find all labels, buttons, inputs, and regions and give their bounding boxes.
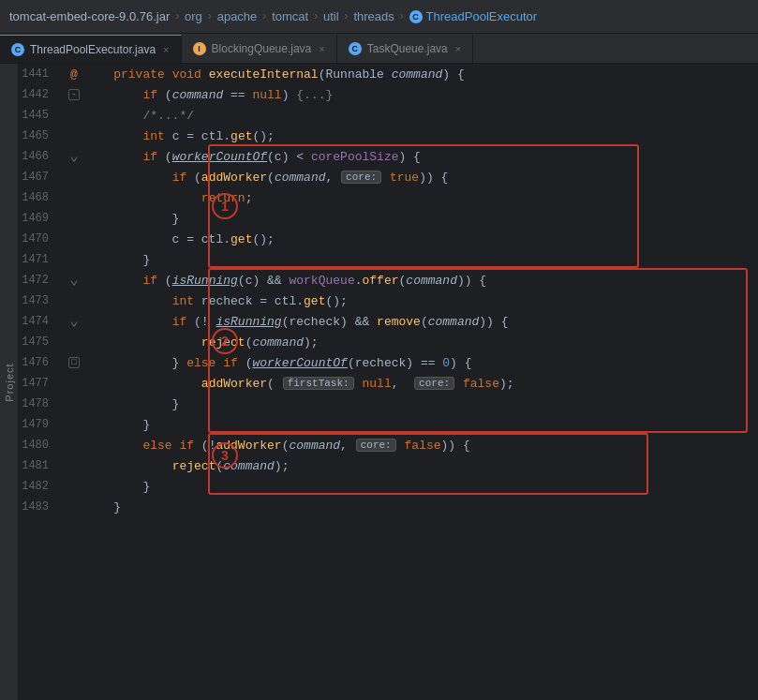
- ln-1477: 1477: [19, 373, 64, 394]
- code-line-1470: c = ctl.get();: [84, 229, 758, 249]
- bc-class: C ThreadPoolExecutor: [409, 9, 538, 23]
- tab-label-2: BlockingQueue.java: [212, 42, 312, 55]
- tab-icon-c2: I: [193, 42, 206, 55]
- ln-1470: 1470: [19, 229, 64, 249]
- editor-body: Project 1441 1442 1445 1465 1466 1467 14…: [0, 64, 758, 700]
- gutter-1473: [64, 290, 84, 311]
- code-line-1476: } else if (workerCountOf(recheck) == 0) …: [84, 352, 758, 373]
- tab-threadpoolexecutor[interactable]: C ThreadPoolExecutor.java ×: [0, 35, 182, 63]
- tab-taskqueue[interactable]: C TaskQueue.java ×: [337, 35, 474, 63]
- gutter-1471: [64, 249, 84, 270]
- tab-close-2[interactable]: ×: [319, 43, 324, 54]
- code-line-1482: }: [84, 476, 758, 497]
- gutter-1479: [64, 414, 84, 435]
- project-label: Project: [4, 363, 15, 401]
- gutter-1468: [64, 187, 84, 208]
- gutter-fold-1472[interactable]: ⌄: [64, 270, 84, 290]
- sep3: ›: [260, 9, 268, 23]
- code-line-1467: if (addWorker(command, core: true)) {: [84, 167, 758, 187]
- project-sidebar-tab[interactable]: Project: [0, 64, 19, 700]
- ln-1467: 1467: [19, 167, 64, 187]
- code-line-1480: else if (!addWorker(command, core: false…: [84, 435, 758, 455]
- code-line-1468: return;: [84, 187, 758, 208]
- code-line-1441: private void executeInternal(Runnable co…: [84, 64, 758, 84]
- tab-label-1: ThreadPoolExecutor.java: [30, 43, 156, 56]
- class-icon: C: [409, 10, 423, 23]
- code-line-1479: }: [84, 414, 758, 435]
- gutter-bp-1476[interactable]: □: [64, 352, 84, 373]
- ln-1483: 1483: [19, 497, 64, 517]
- editor-main: 1441 1442 1445 1465 1466 1467 1468 1469 …: [19, 64, 758, 700]
- ln-1478: 1478: [19, 394, 64, 414]
- gutter-1477: [64, 373, 84, 394]
- code-line-1469: }: [84, 208, 758, 229]
- ln-1479: 1479: [19, 414, 64, 435]
- ln-1445: 1445: [19, 105, 64, 126]
- bc-util: util: [323, 9, 339, 23]
- ln-1472: 1472: [19, 270, 64, 290]
- ln-1482: 1482: [19, 476, 64, 497]
- tab-close-1[interactable]: ×: [163, 44, 169, 55]
- ln-1465: 1465: [19, 126, 64, 146]
- ln-1442: 1442: [19, 84, 64, 105]
- sep6: ›: [398, 9, 406, 23]
- code-lines: private void executeInternal(Runnable co…: [84, 64, 758, 517]
- sep5: ›: [343, 9, 350, 23]
- gutter-1465: [64, 126, 84, 146]
- gutter-1470: [64, 229, 84, 249]
- gutter-1481: [64, 455, 84, 476]
- line-numbers: 1441 1442 1445 1465 1466 1467 1468 1469 …: [19, 64, 64, 700]
- ln-1441: 1441: [19, 64, 64, 84]
- gutter-fold-1466[interactable]: ⌄: [64, 146, 84, 167]
- ln-1466: 1466: [19, 146, 64, 167]
- gutter-at-1441: @: [64, 64, 84, 84]
- code-line-1478: }: [84, 394, 758, 414]
- sep1: ›: [173, 9, 181, 23]
- tabs-bar: C ThreadPoolExecutor.java × I BlockingQu…: [0, 34, 758, 64]
- code-line-1481: reject(command);: [84, 455, 758, 476]
- ln-1471: 1471: [19, 249, 64, 270]
- gutter-1480: [64, 435, 84, 455]
- bc-apache: apache: [217, 9, 258, 23]
- code-line-1466: if (workerCountOf(c) < corePoolSize) {: [84, 146, 758, 167]
- ln-1476: 1476: [19, 352, 64, 373]
- ln-1473: 1473: [19, 290, 64, 311]
- code-line-1477: addWorker( firstTask: null, core: false)…: [84, 373, 758, 394]
- gutter-1445: [64, 105, 84, 126]
- gutter-fold-1474[interactable]: ⌄: [64, 311, 84, 332]
- ln-1474: 1474: [19, 311, 64, 332]
- tab-icon-c1: C: [11, 43, 24, 56]
- ln-1468: 1468: [19, 187, 64, 208]
- code-line-1472: if (isRunning(c) && workQueue.offer(comm…: [84, 270, 758, 290]
- gutter-1483: [64, 497, 84, 517]
- gutter-fold-1442[interactable]: -: [64, 84, 84, 105]
- sep2: ›: [206, 9, 214, 23]
- code-line-1474: if (! isRunning(recheck) && remove(comma…: [84, 311, 758, 332]
- code-line-1445: /*...*/: [84, 105, 758, 126]
- code-line-1473: int recheck = ctl.get();: [84, 290, 758, 311]
- code-line-1483: }: [84, 497, 758, 517]
- tab-blockingqueue[interactable]: I BlockingQueue.java ×: [182, 35, 337, 63]
- code-content: private void executeInternal(Runnable co…: [84, 64, 758, 700]
- ln-1469: 1469: [19, 208, 64, 229]
- tab-label-3: TaskQueue.java: [367, 42, 448, 55]
- gutter-1467: [64, 167, 84, 187]
- gutter-1478: [64, 394, 84, 414]
- bc-threads: threads: [353, 9, 394, 23]
- gutter-1475: [64, 332, 84, 352]
- tab-close-3[interactable]: ×: [455, 43, 461, 54]
- gutter-icons: @ - ⌄: [64, 64, 84, 700]
- code-line-1475: reject(command);: [84, 332, 758, 352]
- bc-tomcat: tomcat: [272, 9, 308, 23]
- app-window: tomcat-embed-core-9.0.76.jar › org › apa…: [0, 0, 758, 700]
- code-line-1471: }: [84, 249, 758, 270]
- gutter-1482: [64, 476, 84, 497]
- jar-name: tomcat-embed-core-9.0.76.jar: [9, 9, 170, 23]
- ln-1480: 1480: [19, 435, 64, 455]
- title-bar: tomcat-embed-core-9.0.76.jar › org › apa…: [0, 0, 758, 34]
- sep4: ›: [312, 9, 320, 23]
- ln-1481: 1481: [19, 455, 64, 476]
- gutter-1469: [64, 208, 84, 229]
- bc-org: org: [185, 9, 202, 23]
- tab-icon-c3: C: [349, 42, 362, 55]
